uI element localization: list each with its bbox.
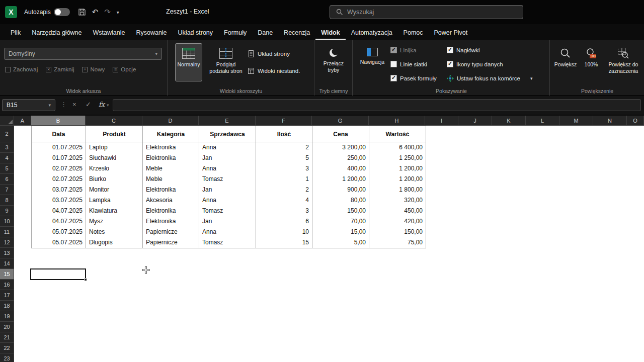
table-cell[interactable]: 1 250,00 <box>369 153 426 163</box>
column-header-e[interactable]: E <box>199 116 256 126</box>
table-cell[interactable]: 420,00 <box>369 216 426 227</box>
page-break-preview-button[interactable]: Podgląd podziału stron <box>209 43 243 81</box>
row-header-4[interactable]: 4 <box>0 153 14 163</box>
column-header-f[interactable]: F <box>256 116 312 126</box>
checkbox-linie-siatki[interactable]: Linie siatki <box>390 61 427 67</box>
table-cell[interactable]: Anna <box>199 142 256 153</box>
table-cell[interactable]: 320,00 <box>369 195 426 206</box>
table-cell[interactable]: 15 <box>256 237 312 248</box>
table-cell[interactable]: Klawiatura <box>86 206 143 216</box>
table-cell[interactable]: Elektronika <box>143 153 199 163</box>
table-header-cena[interactable]: Cena <box>312 126 369 142</box>
column-header-l[interactable]: L <box>526 116 559 126</box>
zachowaj-button[interactable]: Zachowaj <box>5 66 38 72</box>
table-cell[interactable]: Papiernicze <box>143 237 199 248</box>
column-header-i[interactable]: I <box>425 116 458 126</box>
table-cell[interactable]: Krzesło <box>86 163 143 174</box>
table-cell[interactable]: 1 800,00 <box>369 185 426 195</box>
row-header-9[interactable]: 9 <box>0 206 14 216</box>
undo-icon[interactable]: ↶ <box>92 8 99 17</box>
table-cell[interactable]: 1 200,00 <box>312 174 369 185</box>
checkbox-linijka[interactable]: Linijka <box>390 47 417 53</box>
checkbox-pasek-formuły[interactable]: Pasek formuły <box>390 75 437 81</box>
zamknij-button[interactable]: ×Zamknij <box>46 66 74 72</box>
focus-cell-button[interactable]: Ustaw fokus na komórce ▾ <box>447 75 532 82</box>
tab-układ-strony[interactable]: Układ strony <box>173 26 218 40</box>
navigation-button[interactable]: Nawigacja <box>358 43 386 81</box>
table-cell[interactable]: Tomasz <box>199 174 256 185</box>
table-cell[interactable]: 450,00 <box>369 206 426 216</box>
table-cell[interactable]: Jan <box>199 185 256 195</box>
checkbox-ikony-typu-danych[interactable]: Ikony typu danych <box>447 61 503 67</box>
table-cell[interactable]: 3 <box>256 206 312 216</box>
tab-rysowanie[interactable]: Rysowanie <box>130 26 172 40</box>
zoom-100-button[interactable]: 100 100% <box>580 43 603 81</box>
table-cell[interactable]: Anna <box>199 195 256 206</box>
row-header-10[interactable]: 10 <box>0 216 14 227</box>
tab-power-pivot[interactable]: Power Pivot <box>429 26 473 40</box>
row-header-22[interactable]: 22 <box>0 343 14 353</box>
table-cell[interactable]: Elektronika <box>143 216 199 227</box>
table-cell[interactable]: 6 400,00 <box>369 142 426 153</box>
column-header-c[interactable]: C <box>86 116 142 126</box>
column-header-d[interactable]: D <box>142 116 199 126</box>
selected-cell-outline[interactable] <box>30 268 86 280</box>
zoom-to-selection-button[interactable]: Powiększ do zaznaczenia <box>605 43 642 81</box>
tab-widok[interactable]: Widok <box>315 26 345 40</box>
table-cell[interactable]: 1 200,00 <box>369 163 426 174</box>
row-header-19[interactable]: 19 <box>0 311 14 322</box>
row-header-11[interactable]: 11 <box>0 227 14 237</box>
cancel-entry-icon[interactable]: × <box>72 101 76 108</box>
autosave-control[interactable]: Autozapis <box>24 8 70 16</box>
tab-narzędzia-główne[interactable]: Narzędzia główne <box>26 26 87 40</box>
row-header-16[interactable]: 16 <box>0 280 14 290</box>
column-header-j[interactable]: J <box>458 116 492 126</box>
table-cell[interactable]: 5,00 <box>312 237 369 248</box>
table-cell[interactable]: Laptop <box>86 142 143 153</box>
row-header-7[interactable]: 7 <box>0 185 14 195</box>
column-header-a[interactable]: A <box>14 116 31 126</box>
table-cell[interactable]: Anna <box>199 227 256 237</box>
table-cell[interactable]: 04.07.2025 <box>32 216 86 227</box>
name-box[interactable]: B15 ▾ <box>2 99 55 111</box>
sheet-area[interactable]: DataProduktKategoriaSprzedawcaIlośćCenaW… <box>14 126 644 362</box>
table-cell[interactable]: 10 <box>256 227 312 237</box>
table-cell[interactable]: 04.07.2025 <box>32 206 86 216</box>
formula-input[interactable] <box>113 99 641 111</box>
tab-formuły[interactable]: Formuły <box>218 26 252 40</box>
table-cell[interactable]: 02.07.2025 <box>32 174 86 185</box>
table-cell[interactable]: 5 <box>256 153 312 163</box>
table-cell[interactable]: 150,00 <box>312 206 369 216</box>
redo-icon[interactable]: ↷ <box>104 8 111 17</box>
row-header-21[interactable]: 21 <box>0 332 14 343</box>
page-layout-button[interactable]: Układ strony <box>248 50 290 57</box>
table-cell[interactable]: 03.07.2025 <box>32 195 86 206</box>
table-cell[interactable]: Papiernicze <box>143 227 199 237</box>
table-cell[interactable]: Lampka <box>86 195 143 206</box>
autosave-toggle[interactable] <box>54 8 70 16</box>
row-header-23[interactable]: 23 <box>0 353 14 362</box>
table-cell[interactable]: 05.07.2025 <box>32 237 86 248</box>
table-cell[interactable]: 4 <box>256 195 312 206</box>
table-cell[interactable]: Jan <box>199 153 256 163</box>
table-cell[interactable]: 2 <box>256 142 312 153</box>
table-cell[interactable]: 05.07.2025 <box>32 227 86 237</box>
tab-recenzja[interactable]: Recenzja <box>278 26 315 40</box>
table-cell[interactable]: Elektronika <box>143 206 199 216</box>
table-header-data[interactable]: Data <box>32 126 86 142</box>
column-header-m[interactable]: M <box>559 116 593 126</box>
table-cell[interactable]: 150,00 <box>369 227 426 237</box>
row-header-18[interactable]: 18 <box>0 301 14 311</box>
table-cell[interactable]: 3 <box>256 163 312 174</box>
table-cell[interactable]: Jan <box>199 216 256 227</box>
save-icon[interactable] <box>78 8 86 16</box>
column-header-g[interactable]: G <box>312 116 369 126</box>
row-header-5[interactable]: 5 <box>0 163 14 174</box>
table-cell[interactable]: Meble <box>143 163 199 174</box>
table-cell[interactable]: Notes <box>86 227 143 237</box>
custom-views-button[interactable]: Widoki niestand. <box>248 67 300 74</box>
row-header-6[interactable]: 6 <box>0 174 14 185</box>
table-cell[interactable]: Akcesoria <box>143 195 199 206</box>
table-cell[interactable]: 1 <box>256 174 312 185</box>
table-cell[interactable]: 400,00 <box>312 163 369 174</box>
